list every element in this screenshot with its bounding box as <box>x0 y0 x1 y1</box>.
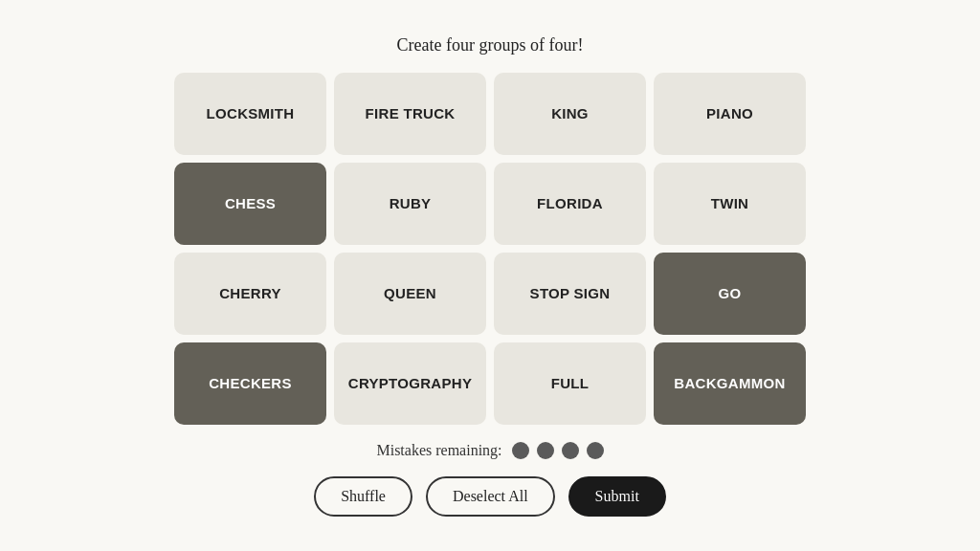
main-container: Create four groups of four! LOCKSMITHFIR… <box>174 35 806 517</box>
tile-fire-truck[interactable]: FIRE TRUCK <box>334 73 486 155</box>
tile-stop-sign[interactable]: STOP SIGN <box>494 253 646 335</box>
tile-queen[interactable]: QUEEN <box>334 253 486 335</box>
tile-checkers[interactable]: CHECKERS <box>174 342 326 425</box>
tile-go[interactable]: GO <box>654 253 806 335</box>
tile-full[interactable]: FULL <box>494 342 646 425</box>
tile-piano[interactable]: PIANO <box>654 73 806 155</box>
mistake-dot-1 <box>512 442 529 459</box>
tile-grid: LOCKSMITHFIRE TRUCKKINGPIANOCHESSRUBYFLO… <box>174 73 806 425</box>
deselect-all-button[interactable]: Deselect All <box>426 476 555 517</box>
tile-king[interactable]: KING <box>494 73 646 155</box>
buttons-row: Shuffle Deselect All Submit <box>314 476 666 517</box>
tile-cryptography[interactable]: CRYPTOGRAPHY <box>334 342 486 425</box>
instruction-text: Create four groups of four! <box>397 35 584 55</box>
tile-florida[interactable]: FLORIDA <box>494 163 646 245</box>
tile-twin[interactable]: TWIN <box>654 163 806 245</box>
submit-button[interactable]: Submit <box>568 476 666 517</box>
tile-cherry[interactable]: CHERRY <box>174 253 326 335</box>
mistake-dot-3 <box>562 442 579 459</box>
tile-locksmith[interactable]: LOCKSMITH <box>174 73 326 155</box>
tile-backgammon[interactable]: BACKGAMMON <box>654 342 806 425</box>
mistake-dot-4 <box>587 442 604 459</box>
mistakes-label: Mistakes remaining: <box>376 442 501 459</box>
tile-ruby[interactable]: RUBY <box>334 163 486 245</box>
mistakes-row: Mistakes remaining: <box>376 442 603 459</box>
mistake-dots <box>512 442 604 459</box>
tile-chess[interactable]: CHESS <box>174 163 326 245</box>
mistake-dot-2 <box>537 442 554 459</box>
shuffle-button[interactable]: Shuffle <box>314 476 412 517</box>
